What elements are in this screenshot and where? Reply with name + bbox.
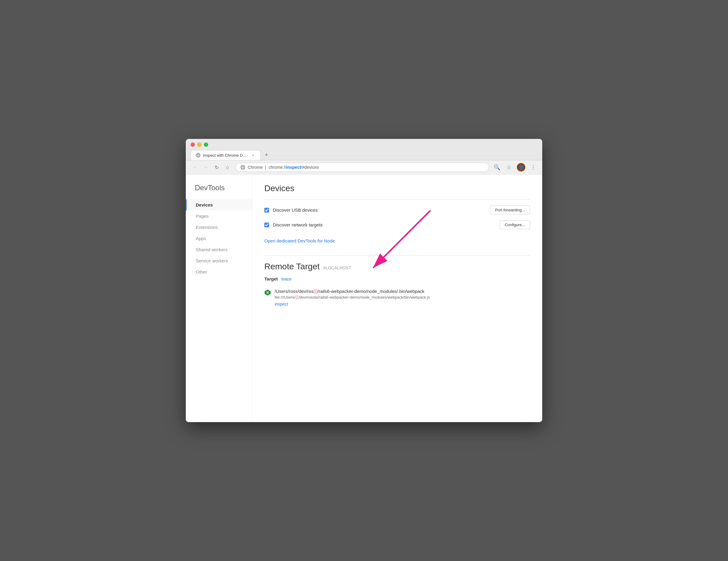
main-panel: Devices Discover USB devices Port forwar… xyxy=(252,175,542,422)
target-file: file:///Users/.../dev/rossta/rails6-webp… xyxy=(275,295,530,299)
tab-bar: Inspect with Chrome Developer × + xyxy=(191,150,537,160)
svg-line-11 xyxy=(373,211,430,268)
minimize-button[interactable] xyxy=(197,143,201,147)
svg-point-0 xyxy=(196,153,200,157)
toolbar-icons: 🔍 ☆ 👤 ⋮ xyxy=(493,163,537,172)
target-entry: N /Users/ross/dev/ros.../rails6-webpacke… xyxy=(264,284,530,311)
svg-point-5 xyxy=(242,165,244,169)
sidebar-item-apps[interactable]: Apps xyxy=(186,233,252,244)
target-label: Target xyxy=(264,276,278,281)
discover-usb-label: Discover USB devices xyxy=(273,208,486,213)
back-button[interactable]: ← xyxy=(191,163,199,172)
inspect-link[interactable]: inspect xyxy=(275,301,288,306)
menu-icon[interactable]: ⋮ xyxy=(529,163,537,172)
svg-point-4 xyxy=(241,165,245,169)
target-path: /Users/ross/dev/ros.../rails6-webpacker-… xyxy=(275,288,530,294)
remote-target-subtitle: #LOCALHOST xyxy=(323,266,351,270)
sidebar-item-shared-workers[interactable]: Shared workers xyxy=(186,244,252,255)
reload-button[interactable]: ↻ xyxy=(212,163,221,172)
target-label-row: Target trace xyxy=(264,276,530,281)
discover-usb-checkbox[interactable] xyxy=(264,208,269,213)
home-button[interactable]: ⌂ xyxy=(223,163,232,172)
sidebar-item-service-workers[interactable]: Service workers xyxy=(186,255,252,266)
sidebar-item-extensions[interactable]: Extensions xyxy=(186,222,252,233)
sidebar-item-other[interactable]: Other xyxy=(186,266,252,278)
avatar[interactable]: 👤 xyxy=(517,163,525,172)
bookmark-icon[interactable]: ☆ xyxy=(505,163,513,172)
active-tab[interactable]: Inspect with Chrome Developer × xyxy=(191,150,261,160)
sidebar-item-pages[interactable]: Pages xyxy=(186,211,252,222)
search-icon[interactable]: 🔍 xyxy=(493,163,501,172)
tab-favicon-icon xyxy=(196,153,201,158)
configure-button[interactable]: Configure... xyxy=(500,221,530,229)
open-node-devtools-link[interactable]: Open dedicated DevTools for Node xyxy=(264,238,335,244)
traffic-lights xyxy=(191,143,537,147)
webpack-icon: N xyxy=(264,289,271,296)
discover-network-row: Discover network targets Configure... xyxy=(264,221,530,229)
tab-close-button[interactable]: × xyxy=(251,153,256,158)
discover-network-label: Discover network targets xyxy=(273,222,496,227)
discover-network-checkbox[interactable] xyxy=(264,223,269,227)
address-text: Chrome | chrome://inspect/#devices xyxy=(248,165,319,170)
title-bar: Inspect with Chrome Developer × + xyxy=(186,139,542,160)
address-input[interactable]: Chrome | chrome://inspect/#devices xyxy=(235,163,489,172)
devtools-title: DevTools xyxy=(186,184,252,199)
discover-usb-row: Discover USB devices Port forwarding... xyxy=(264,206,530,215)
maximize-button[interactable] xyxy=(204,143,208,147)
browser-window: Inspect with Chrome Developer × + ← → ↻ … xyxy=(186,139,542,422)
close-button[interactable] xyxy=(191,143,195,147)
remote-target-title: Remote Target xyxy=(264,262,320,272)
page-title: Devices xyxy=(264,184,530,193)
trace-link[interactable]: trace xyxy=(282,276,292,281)
divider-1 xyxy=(264,199,530,200)
sidebar-nav: Devices Pages Extensions Apps Shared wor… xyxy=(186,199,252,278)
forward-button[interactable]: → xyxy=(201,163,210,172)
browser-content: DevTools Devices Pages Extensions Apps S… xyxy=(186,175,542,422)
sidebar-item-devices[interactable]: Devices xyxy=(186,199,252,211)
sidebar: DevTools Devices Pages Extensions Apps S… xyxy=(186,175,252,422)
target-details: /Users/ross/dev/ros.../rails6-webpacker-… xyxy=(275,288,530,307)
divider-2 xyxy=(264,256,530,256)
address-favicon-icon xyxy=(240,165,245,170)
address-bar: ← → ↻ ⌂ Chrome | chrome://inspect/#devic… xyxy=(186,160,542,175)
remote-target-header: Remote Target #LOCALHOST xyxy=(264,262,530,272)
nav-buttons: ← → ↻ ⌂ xyxy=(191,163,232,172)
svg-point-1 xyxy=(197,153,199,157)
new-tab-button[interactable]: + xyxy=(261,150,272,160)
tab-title: Inspect with Chrome Developer xyxy=(203,153,248,158)
remote-target-section: Remote Target #LOCALHOST Target trace N … xyxy=(264,262,530,311)
svg-text:N: N xyxy=(266,291,269,294)
port-forwarding-button[interactable]: Port forwarding... xyxy=(490,206,530,215)
